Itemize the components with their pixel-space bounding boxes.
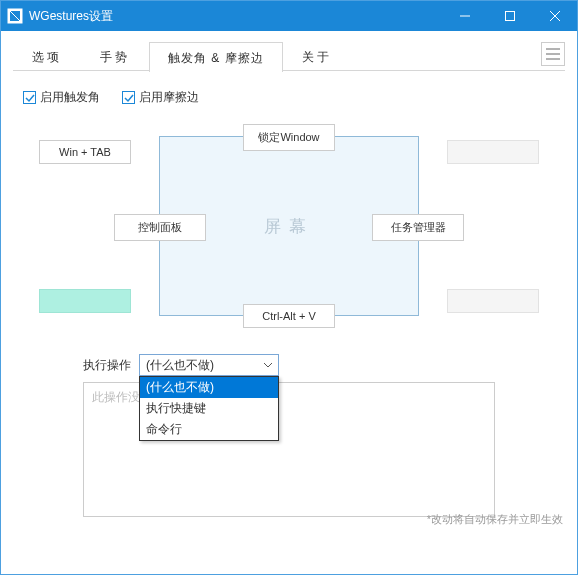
tab-panel-corners: 启用触发角 启用摩擦边 屏幕 锁定Window Ctrl-Alt + V 控制面… — [1, 71, 577, 535]
settings-window: WGestures设置 选项 手势 触发角 & 摩擦边 关于 启用触发角 — [0, 0, 578, 575]
chevron-down-icon — [260, 357, 276, 373]
checkbox-enable-corners[interactable]: 启用触发角 — [23, 89, 100, 106]
edge-right-button[interactable]: 任务管理器 — [372, 214, 464, 241]
checkbox-label: 启用触发角 — [40, 89, 100, 106]
checkbox-icon — [122, 91, 135, 104]
svg-rect-2 — [505, 12, 514, 21]
action-dropdown: (什么也不做) 执行快捷键 命令行 — [139, 376, 279, 441]
hamburger-icon — [546, 48, 560, 60]
action-option[interactable]: 命令行 — [140, 419, 278, 440]
tab-about[interactable]: 关于 — [283, 41, 351, 71]
tab-options[interactable]: 选项 — [13, 41, 81, 71]
action-selected: (什么也不做) — [139, 354, 279, 376]
action-option[interactable]: (什么也不做) — [140, 377, 278, 398]
footer-hint: *改动将自动保存并立即生效 — [427, 512, 563, 527]
edge-bottom-button[interactable]: Ctrl-Alt + V — [243, 304, 335, 328]
edge-left-button[interactable]: 控制面板 — [114, 214, 206, 241]
tab-gestures[interactable]: 手势 — [81, 41, 149, 71]
titlebar: WGestures设置 — [1, 1, 577, 31]
minimize-button[interactable] — [442, 1, 487, 31]
content-area: 选项 手势 触发角 & 摩擦边 关于 启用触发角 启用摩擦边 屏 — [1, 41, 577, 535]
checkbox-label: 启用摩擦边 — [139, 89, 199, 106]
tab-bar: 选项 手势 触发角 & 摩擦边 关于 — [13, 41, 565, 71]
menu-button[interactable] — [541, 42, 565, 66]
corner-bottom-left-button[interactable] — [39, 289, 131, 313]
app-icon — [7, 8, 23, 24]
checkbox-row: 启用触发角 启用摩擦边 — [23, 89, 555, 106]
maximize-button[interactable] — [487, 1, 532, 31]
corner-top-right-button[interactable] — [447, 140, 539, 164]
action-row: 执行操作 (什么也不做) (什么也不做) 执行快捷键 命令行 — [83, 354, 555, 376]
action-combobox[interactable]: (什么也不做) (什么也不做) 执行快捷键 命令行 — [139, 354, 279, 376]
action-label: 执行操作 — [83, 357, 131, 374]
close-button[interactable] — [532, 1, 577, 31]
action-option[interactable]: 执行快捷键 — [140, 398, 278, 419]
tab-corners-edges[interactable]: 触发角 & 摩擦边 — [149, 42, 283, 72]
edge-top-button[interactable]: 锁定Window — [243, 124, 335, 151]
screen-edge-grid: 屏幕 锁定Window Ctrl-Alt + V 控制面板 任务管理器 Win … — [39, 126, 539, 326]
action-description-placeholder: 此操作没 — [92, 390, 140, 404]
checkbox-icon — [23, 91, 36, 104]
corner-top-left-button[interactable]: Win + TAB — [39, 140, 131, 164]
checkbox-enable-edges[interactable]: 启用摩擦边 — [122, 89, 199, 106]
window-title: WGestures设置 — [29, 8, 113, 25]
corner-bottom-right-button[interactable] — [447, 289, 539, 313]
